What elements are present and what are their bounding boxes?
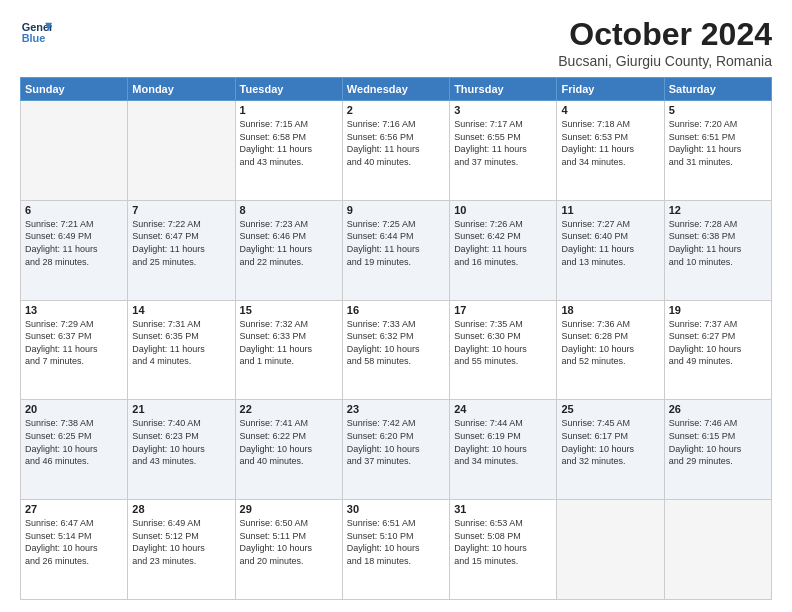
day-info: Sunrise: 6:53 AM Sunset: 5:08 PM Dayligh…: [454, 517, 552, 567]
day-info: Sunrise: 7:31 AM Sunset: 6:35 PM Dayligh…: [132, 318, 230, 368]
day-number: 19: [669, 304, 767, 316]
day-info: Sunrise: 7:33 AM Sunset: 6:32 PM Dayligh…: [347, 318, 445, 368]
day-info: Sunrise: 7:26 AM Sunset: 6:42 PM Dayligh…: [454, 218, 552, 268]
day-number: 27: [25, 503, 123, 515]
day-info: Sunrise: 7:41 AM Sunset: 6:22 PM Dayligh…: [240, 417, 338, 467]
calendar-cell: 23Sunrise: 7:42 AM Sunset: 6:20 PM Dayli…: [342, 400, 449, 500]
col-header-monday: Monday: [128, 78, 235, 101]
day-info: Sunrise: 7:23 AM Sunset: 6:46 PM Dayligh…: [240, 218, 338, 268]
col-header-sunday: Sunday: [21, 78, 128, 101]
day-number: 5: [669, 104, 767, 116]
day-number: 14: [132, 304, 230, 316]
calendar-cell: 21Sunrise: 7:40 AM Sunset: 6:23 PM Dayli…: [128, 400, 235, 500]
day-number: 17: [454, 304, 552, 316]
day-number: 12: [669, 204, 767, 216]
day-number: 31: [454, 503, 552, 515]
calendar-cell: 2Sunrise: 7:16 AM Sunset: 6:56 PM Daylig…: [342, 101, 449, 201]
day-info: Sunrise: 7:28 AM Sunset: 6:38 PM Dayligh…: [669, 218, 767, 268]
day-info: Sunrise: 7:38 AM Sunset: 6:25 PM Dayligh…: [25, 417, 123, 467]
day-number: 21: [132, 403, 230, 415]
day-info: Sunrise: 7:35 AM Sunset: 6:30 PM Dayligh…: [454, 318, 552, 368]
col-header-thursday: Thursday: [450, 78, 557, 101]
week-row-4: 20Sunrise: 7:38 AM Sunset: 6:25 PM Dayli…: [21, 400, 772, 500]
day-number: 6: [25, 204, 123, 216]
day-info: Sunrise: 7:25 AM Sunset: 6:44 PM Dayligh…: [347, 218, 445, 268]
day-number: 11: [561, 204, 659, 216]
calendar-cell: 17Sunrise: 7:35 AM Sunset: 6:30 PM Dayli…: [450, 300, 557, 400]
day-number: 9: [347, 204, 445, 216]
day-number: 26: [669, 403, 767, 415]
day-info: Sunrise: 7:16 AM Sunset: 6:56 PM Dayligh…: [347, 118, 445, 168]
day-info: Sunrise: 6:49 AM Sunset: 5:12 PM Dayligh…: [132, 517, 230, 567]
calendar-cell: 10Sunrise: 7:26 AM Sunset: 6:42 PM Dayli…: [450, 200, 557, 300]
calendar-cell: 8Sunrise: 7:23 AM Sunset: 6:46 PM Daylig…: [235, 200, 342, 300]
day-number: 22: [240, 403, 338, 415]
day-number: 15: [240, 304, 338, 316]
day-info: Sunrise: 7:36 AM Sunset: 6:28 PM Dayligh…: [561, 318, 659, 368]
day-number: 30: [347, 503, 445, 515]
day-info: Sunrise: 7:46 AM Sunset: 6:15 PM Dayligh…: [669, 417, 767, 467]
subtitle: Bucsani, Giurgiu County, Romania: [558, 53, 772, 69]
day-info: Sunrise: 6:50 AM Sunset: 5:11 PM Dayligh…: [240, 517, 338, 567]
calendar-table: SundayMondayTuesdayWednesdayThursdayFrid…: [20, 77, 772, 600]
day-number: 4: [561, 104, 659, 116]
calendar-cell: [664, 500, 771, 600]
calendar-cell: 15Sunrise: 7:32 AM Sunset: 6:33 PM Dayli…: [235, 300, 342, 400]
day-info: Sunrise: 7:29 AM Sunset: 6:37 PM Dayligh…: [25, 318, 123, 368]
logo-icon: General Blue: [20, 16, 52, 48]
day-number: 20: [25, 403, 123, 415]
day-number: 3: [454, 104, 552, 116]
day-number: 10: [454, 204, 552, 216]
calendar-cell: 13Sunrise: 7:29 AM Sunset: 6:37 PM Dayli…: [21, 300, 128, 400]
day-number: 29: [240, 503, 338, 515]
day-number: 13: [25, 304, 123, 316]
day-info: Sunrise: 7:15 AM Sunset: 6:58 PM Dayligh…: [240, 118, 338, 168]
calendar-cell: 14Sunrise: 7:31 AM Sunset: 6:35 PM Dayli…: [128, 300, 235, 400]
calendar-cell: 16Sunrise: 7:33 AM Sunset: 6:32 PM Dayli…: [342, 300, 449, 400]
calendar-cell: 31Sunrise: 6:53 AM Sunset: 5:08 PM Dayli…: [450, 500, 557, 600]
day-number: 1: [240, 104, 338, 116]
header: General Blue October 2024 Bucsani, Giurg…: [20, 16, 772, 69]
calendar-cell: [557, 500, 664, 600]
calendar-cell: 28Sunrise: 6:49 AM Sunset: 5:12 PM Dayli…: [128, 500, 235, 600]
day-info: Sunrise: 7:18 AM Sunset: 6:53 PM Dayligh…: [561, 118, 659, 168]
day-info: Sunrise: 7:27 AM Sunset: 6:40 PM Dayligh…: [561, 218, 659, 268]
title-block: October 2024 Bucsani, Giurgiu County, Ro…: [558, 16, 772, 69]
calendar-cell: 7Sunrise: 7:22 AM Sunset: 6:47 PM Daylig…: [128, 200, 235, 300]
day-info: Sunrise: 7:42 AM Sunset: 6:20 PM Dayligh…: [347, 417, 445, 467]
calendar-cell: 30Sunrise: 6:51 AM Sunset: 5:10 PM Dayli…: [342, 500, 449, 600]
calendar-cell: 6Sunrise: 7:21 AM Sunset: 6:49 PM Daylig…: [21, 200, 128, 300]
calendar-cell: 12Sunrise: 7:28 AM Sunset: 6:38 PM Dayli…: [664, 200, 771, 300]
week-row-2: 6Sunrise: 7:21 AM Sunset: 6:49 PM Daylig…: [21, 200, 772, 300]
main-title: October 2024: [558, 16, 772, 53]
day-info: Sunrise: 7:32 AM Sunset: 6:33 PM Dayligh…: [240, 318, 338, 368]
day-number: 18: [561, 304, 659, 316]
calendar-cell: 9Sunrise: 7:25 AM Sunset: 6:44 PM Daylig…: [342, 200, 449, 300]
calendar-cell: 27Sunrise: 6:47 AM Sunset: 5:14 PM Dayli…: [21, 500, 128, 600]
day-number: 16: [347, 304, 445, 316]
svg-text:Blue: Blue: [22, 32, 46, 44]
calendar-cell: 26Sunrise: 7:46 AM Sunset: 6:15 PM Dayli…: [664, 400, 771, 500]
day-number: 23: [347, 403, 445, 415]
calendar-header-row: SundayMondayTuesdayWednesdayThursdayFrid…: [21, 78, 772, 101]
day-info: Sunrise: 7:20 AM Sunset: 6:51 PM Dayligh…: [669, 118, 767, 168]
day-info: Sunrise: 7:45 AM Sunset: 6:17 PM Dayligh…: [561, 417, 659, 467]
day-number: 8: [240, 204, 338, 216]
calendar-cell: [21, 101, 128, 201]
day-info: Sunrise: 6:47 AM Sunset: 5:14 PM Dayligh…: [25, 517, 123, 567]
day-info: Sunrise: 6:51 AM Sunset: 5:10 PM Dayligh…: [347, 517, 445, 567]
col-header-friday: Friday: [557, 78, 664, 101]
day-info: Sunrise: 7:21 AM Sunset: 6:49 PM Dayligh…: [25, 218, 123, 268]
day-number: 25: [561, 403, 659, 415]
calendar-cell: 1Sunrise: 7:15 AM Sunset: 6:58 PM Daylig…: [235, 101, 342, 201]
day-number: 7: [132, 204, 230, 216]
calendar-cell: 22Sunrise: 7:41 AM Sunset: 6:22 PM Dayli…: [235, 400, 342, 500]
day-number: 28: [132, 503, 230, 515]
day-info: Sunrise: 7:22 AM Sunset: 6:47 PM Dayligh…: [132, 218, 230, 268]
calendar-cell: [128, 101, 235, 201]
week-row-3: 13Sunrise: 7:29 AM Sunset: 6:37 PM Dayli…: [21, 300, 772, 400]
day-info: Sunrise: 7:40 AM Sunset: 6:23 PM Dayligh…: [132, 417, 230, 467]
day-number: 2: [347, 104, 445, 116]
col-header-saturday: Saturday: [664, 78, 771, 101]
logo: General Blue: [20, 16, 52, 48]
